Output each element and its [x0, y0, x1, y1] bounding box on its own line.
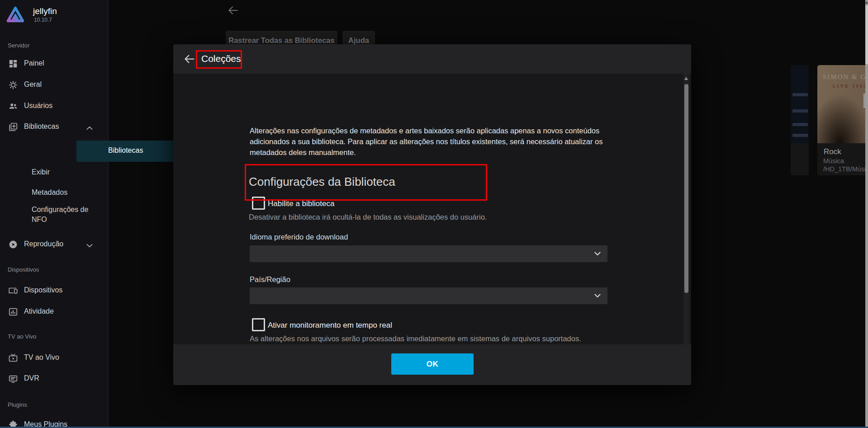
enable-library-label[interactable]: Habilite a biblioteca — [268, 199, 334, 208]
library-settings-heading: Configurações da Biblioteca — [249, 175, 395, 189]
sidebar-item-label: Usuários — [24, 102, 52, 110]
playback-icon — [8, 240, 18, 249]
dialog-scrollbar-thumb[interactable] — [684, 84, 688, 293]
enable-library-checkbox[interactable] — [252, 197, 265, 210]
sidebar-item-label: TV ao Vivo — [24, 353, 59, 362]
sidebar-item-label: Dispositivos — [24, 286, 62, 294]
info-text-line: adicionados a sua biblioteca. Para aplic… — [250, 136, 607, 147]
sidebar-item-atividade[interactable]: Atividade — [0, 301, 108, 322]
sidebar-item-dvr[interactable]: DVR — [0, 368, 108, 389]
ok-button[interactable]: OK — [391, 353, 474, 375]
chevron-down-icon — [86, 241, 93, 249]
section-label-plugins: Plugins — [8, 401, 27, 408]
users-icon — [8, 101, 18, 111]
enable-library-description: Desativar a biblioteca irá ocultá-la de … — [249, 213, 487, 221]
dialog-footer: OK — [173, 344, 691, 385]
scrollbar-up-arrow-icon[interactable] — [684, 77, 688, 80]
sidebar-item-label: Bibliotecas — [24, 122, 59, 131]
sidebar-item-label: Painel — [24, 59, 44, 67]
chevron-down-icon — [594, 250, 601, 259]
devices-icon — [8, 286, 18, 296]
sidebar-subitem-metadados[interactable]: Metadados — [0, 183, 108, 203]
sidebar-item-usuarios[interactable]: Usuários — [0, 96, 108, 117]
activity-icon — [8, 307, 18, 317]
sidebar-item-geral[interactable]: Geral — [0, 75, 108, 95]
sidebar-subitem-label: Configurações de NFO — [32, 205, 100, 225]
jellyfin-logo-icon — [6, 5, 25, 26]
realtime-monitor-checkbox[interactable] — [252, 318, 265, 331]
sidebar-subitem-label: Metadados — [32, 188, 67, 197]
language-select[interactable] — [250, 245, 607, 262]
app-name: jellyfin — [33, 6, 57, 16]
chevron-up-icon — [86, 124, 93, 132]
section-label-servidor: Servidor — [8, 42, 29, 49]
scrollbar-up-arrow-icon[interactable] — [865, 1, 868, 4]
dvr-icon — [8, 374, 18, 384]
page-scrollbar-track[interactable] — [865, 0, 868, 428]
sidebar: jellyfin 10.10.7 Servidor Painel Geral U… — [0, 0, 109, 428]
sidebar-item-dispositivos[interactable]: Dispositivos — [0, 280, 108, 301]
sidebar-item-reproducao[interactable]: Reprodução — [0, 234, 108, 255]
library-settings-dialog: Coleções Alterações nas configurações de… — [173, 44, 691, 385]
app-logo-row: jellyfin 10.10.7 — [6, 5, 105, 28]
sidebar-item-painel[interactable]: Painel — [0, 53, 108, 74]
sidebar-item-meus-plugins[interactable]: Meus Plugins — [0, 414, 108, 428]
sidebar-subitem-exibir[interactable]: Exibir — [0, 162, 108, 183]
region-label: País/Região — [250, 275, 290, 284]
sidebar-item-label: DVR — [24, 374, 39, 382]
region-select[interactable] — [250, 287, 607, 304]
sidebar-subitem-configuracoes-nfo[interactable]: Configurações de NFO — [0, 203, 108, 230]
dialog-header: Coleções — [173, 44, 691, 74]
dialog-title: Coleções — [201, 53, 241, 64]
info-text-line: Alterações nas configurações de metadado… — [250, 125, 607, 136]
section-label-dispositivos: Dispositivos — [8, 266, 39, 273]
dialog-back-icon[interactable] — [183, 53, 195, 67]
sidebar-item-label: Reprodução — [24, 240, 63, 248]
sidebar-subitem-label: Bibliotecas — [108, 146, 143, 155]
sidebar-item-label: Geral — [24, 80, 42, 89]
sidebar-item-tv-ao-vivo[interactable]: TV ao Vivo — [0, 348, 108, 368]
dashboard-icon — [8, 59, 18, 69]
gear-icon — [8, 80, 18, 90]
language-label: Idioma preferido de download — [250, 233, 348, 241]
realtime-monitor-label[interactable]: Ativar monitoramento em tempo real — [268, 321, 392, 330]
realtime-monitor-description: As alterações nos arquivos serão process… — [250, 334, 581, 343]
chevron-down-icon — [594, 292, 601, 301]
livetv-icon — [8, 353, 18, 363]
dialog-body: Alterações nas configurações de metadado… — [173, 74, 691, 344]
app-version: 10.10.7 — [34, 17, 52, 23]
sidebar-subitem-label: Exibir — [32, 168, 50, 176]
libraries-icon — [8, 122, 18, 132]
sidebar-item-label: Atividade — [24, 307, 54, 315]
page-scrollbar-thumb[interactable] — [865, 5, 868, 64]
section-label-tv-ao-vivo: TV ao Vivo — [8, 333, 36, 340]
info-text-line: metadados deles manualmente. — [250, 147, 607, 158]
sidebar-item-bibliotecas[interactable]: Bibliotecas — [0, 117, 108, 137]
